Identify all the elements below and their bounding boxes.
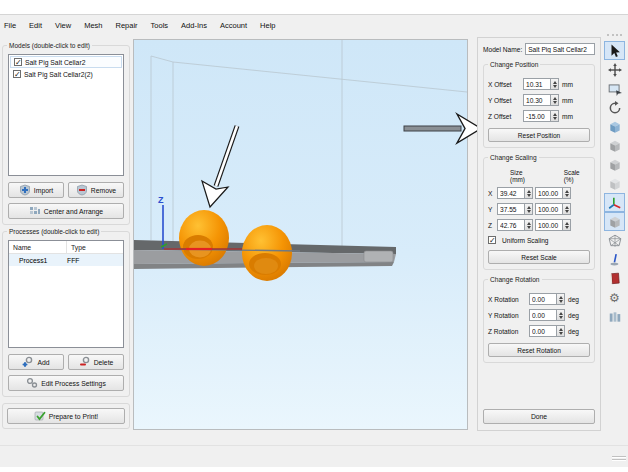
reset-position-button[interactable]: Reset Position [488, 128, 590, 142]
spinner[interactable] [556, 293, 565, 305]
change-position-title: Change Position [488, 61, 540, 68]
pan-tool-button[interactable] [604, 60, 625, 79]
z-rotation-field[interactable] [529, 325, 565, 337]
support-tool-button[interactable] [604, 250, 625, 269]
process-name: Process1 [9, 254, 67, 266]
model-checkbox[interactable]: ✓ [13, 70, 21, 78]
model-name-input[interactable] [525, 43, 595, 55]
done-button[interactable]: Done [483, 409, 595, 424]
cross-section-button[interactable] [604, 307, 625, 326]
prepare-to-print-button[interactable]: Prepare to Print! [7, 408, 125, 424]
spinner[interactable] [524, 219, 533, 231]
scene: Z [134, 40, 467, 429]
menu-edit[interactable]: Edit [29, 19, 49, 32]
import-button[interactable]: Import [8, 182, 64, 198]
view-toolbar: ⚙ [603, 33, 626, 347]
cursor-tool-button[interactable] [604, 41, 625, 60]
menu-mesh[interactable]: Mesh [84, 19, 109, 32]
edit-process-settings-button[interactable]: Edit Process Settings [8, 375, 124, 391]
rotate-view-button[interactable] [604, 98, 625, 117]
size-x-field[interactable] [497, 187, 533, 199]
snapshot-tool-button[interactable] [604, 79, 625, 98]
remove-button[interactable]: Remove [68, 182, 124, 198]
scale-z-field[interactable] [535, 219, 571, 231]
add-process-button[interactable]: Add [8, 354, 64, 370]
spinner[interactable] [550, 94, 559, 106]
viewport-3d[interactable]: Z [133, 39, 468, 430]
scale-header: Scale (%) [564, 169, 590, 183]
gear-minus-icon [79, 356, 91, 368]
x-rotation-field[interactable] [529, 293, 565, 305]
spinner[interactable] [550, 110, 559, 122]
y-offset-field[interactable] [523, 94, 559, 106]
spinner[interactable] [524, 187, 533, 199]
center-arrange-button[interactable]: Center and Arrange [8, 203, 124, 219]
uniform-scaling-checkbox[interactable]: ✓ [488, 236, 496, 244]
z-rotation-label: Z Rotation [488, 328, 526, 335]
scale-x-field[interactable] [535, 187, 571, 199]
model-label: Salt Pig Salt Cellar2 [25, 59, 85, 66]
resize-grip[interactable] [612, 454, 626, 464]
z-offset-field[interactable] [523, 110, 559, 122]
models-group: Models (double-click to edit) ✓ Salt Pig… [2, 45, 130, 225]
model-list-item[interactable]: ✓ Salt Pig Salt Cellar2(2) [10, 68, 122, 80]
model-egg-1[interactable] [179, 210, 229, 266]
size-y-field[interactable] [497, 203, 533, 215]
menu-view[interactable]: View [55, 19, 78, 32]
spinner[interactable] [556, 309, 565, 321]
size-z-field[interactable] [497, 219, 533, 231]
model-name-label: Model Name: [483, 46, 522, 53]
app-window: File Edit View Mesh Repair Tools Add-Ins… [0, 14, 628, 452]
spinner[interactable] [562, 187, 571, 199]
cross-section-icon [608, 310, 622, 324]
y-rotation-label: Y Rotation [488, 312, 526, 319]
menu-repair[interactable]: Repair [116, 19, 145, 32]
spinner[interactable] [524, 203, 533, 215]
view-side-button[interactable] [604, 155, 625, 174]
process-row[interactable]: Process1 FFF [9, 254, 123, 266]
model-egg-2[interactable] [242, 225, 292, 281]
model-label: Salt Pig Salt Cellar2(2) [24, 71, 93, 78]
cube-selected-icon [608, 215, 622, 229]
models-list[interactable]: ✓ Salt Pig Salt Cellar2 ✓ Salt Pig Salt … [8, 54, 124, 176]
axes-icon [608, 196, 622, 210]
model-checkbox[interactable]: ✓ [14, 58, 22, 66]
reset-rotation-button[interactable]: Reset Rotation [488, 343, 590, 357]
menu-file[interactable]: File [4, 19, 23, 32]
processes-table-header: Name Type [9, 241, 123, 254]
view-top-button[interactable] [604, 136, 625, 155]
reset-scale-button[interactable]: Reset Scale [488, 250, 590, 264]
menu-help[interactable]: Help [260, 19, 282, 32]
show-model-button[interactable] [604, 212, 625, 231]
settings-panel: Model Name: Change Position X Offset mm … [477, 37, 601, 431]
wireframe-button[interactable] [604, 231, 625, 250]
z-axis-label: Z [158, 195, 164, 205]
model-list-item[interactable]: ✓ Salt Pig Salt Cellar2 [10, 56, 122, 68]
spinner[interactable] [556, 325, 565, 337]
spinner[interactable] [550, 78, 559, 90]
spinner[interactable] [562, 219, 571, 231]
view-iso-button[interactable] [604, 174, 625, 193]
processes-table[interactable]: Name Type Process1 FFF [8, 240, 124, 348]
scale-y-field[interactable] [535, 203, 571, 215]
change-scaling-group: Change Scaling Size (mm) Scale (%) X Y Z [483, 157, 595, 270]
menu-addins[interactable]: Add-Ins [181, 19, 214, 32]
x-offset-field[interactable] [523, 78, 559, 90]
gears-icon [26, 377, 38, 389]
scale-x-label: X [488, 190, 495, 197]
show-axes-button[interactable] [604, 193, 625, 212]
toolbar-grip[interactable] [607, 34, 622, 39]
cube-light-icon [608, 177, 622, 191]
spinner[interactable] [562, 203, 571, 215]
delete-process-button[interactable]: Delete [68, 354, 124, 370]
layers-tool-button[interactable] [604, 269, 625, 288]
pan-icon [608, 63, 622, 77]
machine-settings-button[interactable]: ⚙ [604, 288, 625, 307]
menu-bar: File Edit View Mesh Repair Tools Add-Ins… [0, 17, 628, 33]
menu-account[interactable]: Account [220, 19, 254, 32]
menu-tools[interactable]: Tools [151, 19, 176, 32]
col-name: Name [9, 241, 67, 253]
view-front-button[interactable] [604, 117, 625, 136]
y-rotation-field[interactable] [529, 309, 565, 321]
gear-plus-icon [22, 356, 34, 368]
